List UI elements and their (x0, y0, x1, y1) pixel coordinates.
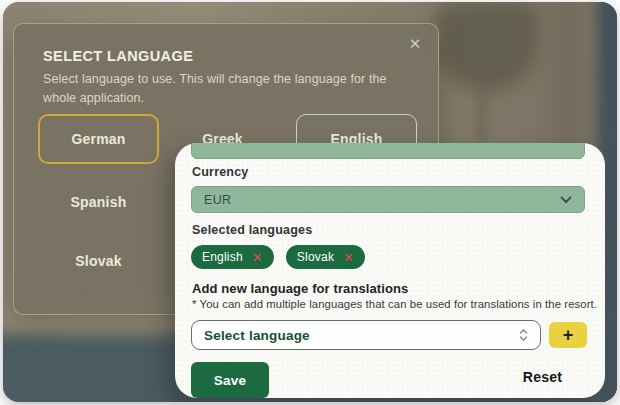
language-option-label: Slovak (75, 253, 121, 269)
plus-icon: + (563, 326, 574, 344)
dialog-title: SELECT LANGUAGE (43, 48, 193, 64)
select-stepper-icon (519, 328, 528, 342)
language-option-label: Spanish (71, 194, 127, 210)
selected-languages-list: English ✕ Slovak ✕ (191, 245, 365, 269)
app-screen: ✕ SELECT LANGUAGE Select language to use… (3, 2, 617, 402)
currency-value: EUR (204, 193, 231, 207)
language-tag-label: English (202, 250, 243, 264)
language-option-slovak[interactable]: Slovak (38, 236, 159, 286)
language-tag-label: Slovak (297, 250, 334, 264)
save-button[interactable]: Save (191, 362, 269, 398)
clipped-input[interactable] (191, 143, 585, 159)
currency-label: Currency (192, 165, 248, 179)
language-tag-english: English ✕ (191, 245, 274, 269)
add-language-heading: Add new language for translations (192, 281, 408, 296)
add-language-button[interactable]: + (549, 322, 587, 348)
language-settings-card: Currency EUR Selected languages English … (175, 143, 605, 398)
remove-language-button[interactable]: ✕ (252, 251, 263, 264)
language-select-placeholder: Select language (204, 328, 310, 343)
add-language-note: * You can add multiple languages that ca… (192, 298, 597, 310)
reset-button[interactable]: Reset (523, 369, 562, 385)
close-icon: ✕ (409, 36, 422, 51)
language-tag-slovak: Slovak ✕ (286, 245, 365, 269)
language-option-german[interactable]: German (38, 114, 159, 164)
language-select[interactable]: Select language (191, 320, 541, 350)
currency-select[interactable]: EUR (191, 186, 585, 213)
language-option-spanish[interactable]: Spanish (38, 177, 159, 227)
save-button-label: Save (214, 373, 246, 388)
photo-streak (555, 2, 577, 142)
close-button[interactable]: ✕ (404, 32, 426, 54)
chevron-down-icon (560, 196, 572, 204)
remove-language-button[interactable]: ✕ (343, 251, 354, 264)
language-option-label: German (71, 131, 125, 147)
selected-languages-label: Selected languages (192, 223, 312, 237)
dialog-description: Select language to use. This will change… (43, 70, 411, 109)
wine-glass-stem (477, 84, 487, 142)
